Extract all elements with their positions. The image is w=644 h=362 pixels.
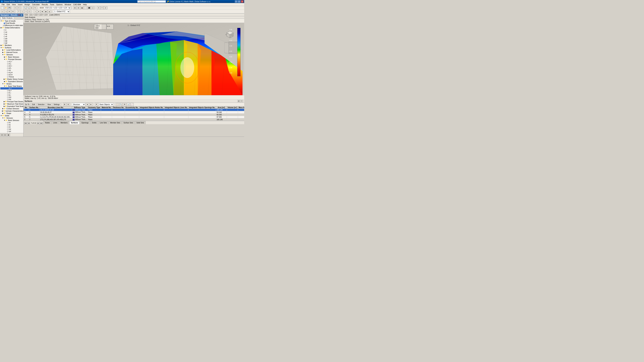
results-basic-objects-combo[interactable]: Basic Objects <box>98 103 114 106</box>
tree-final-results[interactable]: Final Results <box>0 22 23 24</box>
coord-btn-z[interactable]: Z <box>104 6 107 9</box>
tree-tau-m[interactable]: τm <box>0 69 23 71</box>
tree-sol-sz[interactable]: σz <box>0 126 23 128</box>
obj-btn-3[interactable]: ■ <box>40 10 44 13</box>
tree-principal-stresses[interactable]: ▼ 📁 Principal Stresses <box>0 58 23 60</box>
pagination-first[interactable]: |◄ <box>24 122 27 124</box>
render-btn-1[interactable]: ▷ <box>1 10 4 13</box>
tree-shape[interactable]: ▶ 📁 Shape <box>0 112 23 114</box>
tab-member-sets[interactable]: Member Sets <box>109 121 122 124</box>
tree-ey-plus[interactable]: εy,+ <box>0 89 23 92</box>
close-button[interactable]: ✕ <box>241 0 244 3</box>
tree-global-deformations[interactable]: ▶ 📁 Global Deformations <box>0 26 23 29</box>
tree-sigma2m[interactable]: σ2,m <box>0 73 23 76</box>
tree-ux[interactable]: ux <box>0 31 23 33</box>
undo-button[interactable]: ↩ <box>14 6 17 9</box>
display-btn-6[interactable]: ◻ <box>91 6 94 9</box>
obj-btn-1[interactable]: ▪ <box>34 10 37 13</box>
display-btn-4[interactable]: ⬜ <box>84 6 87 9</box>
tab-openings[interactable]: Openings <box>80 121 90 124</box>
nav-prev-button[interactable]: ◄ <box>0 134 3 136</box>
tree-solids[interactable]: ▼ 📁 Solids <box>0 114 23 117</box>
results-expand-button[interactable]: ⊞ <box>238 100 240 102</box>
tab-solids[interactable]: Solids <box>90 121 98 124</box>
results-icon-4[interactable]: 📊 <box>126 103 130 106</box>
results-menu-selection[interactable]: Selection <box>36 103 46 106</box>
tree-strains[interactable]: ▼ 📁 Strains <box>0 83 23 85</box>
obj-btn-4[interactable]: ◆ <box>44 10 48 13</box>
tree-principal-total-strains[interactable]: ▶ 📁 Principal Total Strains <box>0 100 23 103</box>
zoom-in-button[interactable]: 🔍 <box>23 6 26 9</box>
tree-sol-sy[interactable]: σy <box>0 124 23 126</box>
tree-stresses[interactable]: ▼ 📁 Stresses <box>0 53 23 56</box>
tree-ex-minus[interactable]: εx,- <box>0 92 23 94</box>
tree-uy[interactable]: uy <box>0 33 23 35</box>
tree-basic-total-strains[interactable]: ▼ 📁 Basic Total Strains <box>0 85 23 87</box>
obj-btn-2[interactable]: ● <box>37 10 40 13</box>
display-btn-5[interactable]: ⬛ <box>88 6 91 9</box>
zoom-out-button[interactable]: 🔍 <box>26 6 30 9</box>
lc-combo[interactable]: CO2 LC1 + LC2 + LC3 + LC4 <box>44 6 71 9</box>
canvas-area[interactable]: 175.00 80.00 80.00 <box>24 23 244 95</box>
nav-close-icon[interactable]: ✕ <box>20 14 23 16</box>
open-button[interactable]: 📂 <box>4 6 8 9</box>
nav-play-button[interactable]: ▶ <box>7 134 10 136</box>
menu-insert[interactable]: Insert <box>17 3 24 6</box>
display-btn-3[interactable]: ▦ <box>80 6 84 9</box>
results-icon-5[interactable]: 📈 <box>130 103 134 106</box>
tab-members[interactable]: Members <box>59 121 69 124</box>
results-table-container[interactable]: No. Surface No. Boundary Lines No. Stiff… <box>24 106 244 121</box>
view-top[interactable]: ⊤ <box>17 10 20 13</box>
table-row[interactable]: 444-9,268,37-58,270Without Thick...Plane… <box>24 113 244 116</box>
pagination-last[interactable]: ►| <box>40 122 43 124</box>
tab-solid-sets[interactable]: Solid Sets <box>135 121 146 124</box>
results-tb-btn-1[interactable]: ⊞ <box>63 103 66 106</box>
tree-ey-minus[interactable]: εy,- <box>0 94 23 96</box>
obj-btn-5[interactable]: ▲ <box>48 10 51 13</box>
tree-surfaces[interactable]: ▼ 📁 Surfaces <box>0 46 23 49</box>
nav-tab-static[interactable]: Static Analysis <box>1 17 14 19</box>
tree-sigma1m[interactable]: σ1,m <box>0 71 23 73</box>
view-front[interactable]: ⊥ <box>21 10 24 13</box>
menu-options[interactable]: Options <box>55 3 64 6</box>
tree-ex-plus[interactable]: εx,+ <box>0 87 23 89</box>
render-btn-2[interactable]: ◁ <box>4 10 8 13</box>
results-menu-view[interactable]: View <box>46 103 52 106</box>
tree-contact-stresses[interactable]: ▶ 📁 Contact Stresses <box>0 107 23 110</box>
rotate-button[interactable]: ↻ <box>34 6 37 9</box>
results-icon-3[interactable]: ⚙ <box>123 103 126 106</box>
table-row[interactable]: 551,2,14,271,270,65,28-33,66,69,262,265.… <box>24 116 244 118</box>
tree-gamma-xy[interactable]: γxy <box>0 96 23 98</box>
render-btn-3[interactable]: ⟳ <box>8 10 11 13</box>
results-menu-goto[interactable]: Go To <box>24 103 31 106</box>
results-icon-1[interactable]: 📋 <box>116 103 119 106</box>
tree-sol-tyz[interactable]: τyz <box>0 130 23 132</box>
display-btn-1[interactable]: ⊞ <box>73 6 77 9</box>
tree-equiv-total-strains[interactable]: ▶ 📁 Equivalent Total Strains <box>0 105 23 107</box>
tree-solids-basic-stresses[interactable]: ▼ 📁 Basic Stresses <box>0 119 23 121</box>
tree-u[interactable]: u <box>0 29 23 31</box>
table-row[interactable]: 3319-26,36-45,27Without Thick...Plane50.… <box>24 111 244 113</box>
tree-sol-sx[interactable]: σx <box>0 121 23 124</box>
tab-surface-sets[interactable]: Surface Sets <box>122 121 134 124</box>
results-close-button[interactable]: ✕ <box>240 100 243 102</box>
results-tb-btn-2[interactable]: ⊟ <box>66 103 70 106</box>
tree-phix[interactable]: φx <box>0 37 23 40</box>
tab-surfaces[interactable]: Surfaces <box>70 121 80 124</box>
tree-differences[interactable]: Differences to initial state <box>0 24 23 26</box>
render-btn-4[interactable]: ⟲ <box>11 10 14 13</box>
menu-window[interactable]: Window <box>64 3 72 6</box>
tree-solids-stresses[interactable]: ▼ 📁 Stresses <box>0 117 23 119</box>
table-row[interactable]: 1116,17,28,65-47,18Without Thick...Plane… <box>24 109 244 111</box>
maximize-button[interactable]: □ <box>238 0 240 3</box>
redo-button[interactable]: ↪ <box>17 6 20 9</box>
menu-assign[interactable]: Assign <box>24 3 31 6</box>
results-menu-edit[interactable]: Edit <box>31 103 36 106</box>
menu-help[interactable]: Help <box>82 3 88 6</box>
menu-file[interactable]: File <box>1 3 6 6</box>
tree-type-of-results[interactable]: ▼ 📁 Type of results <box>0 20 23 22</box>
tree-sigma1-minus[interactable]: σ1,- <box>0 63 23 65</box>
tree-phiz[interactable]: φz <box>0 42 23 44</box>
pagination-prev[interactable]: ◄ <box>27 122 30 124</box>
view-iso[interactable]: ⬡ <box>28 10 31 13</box>
